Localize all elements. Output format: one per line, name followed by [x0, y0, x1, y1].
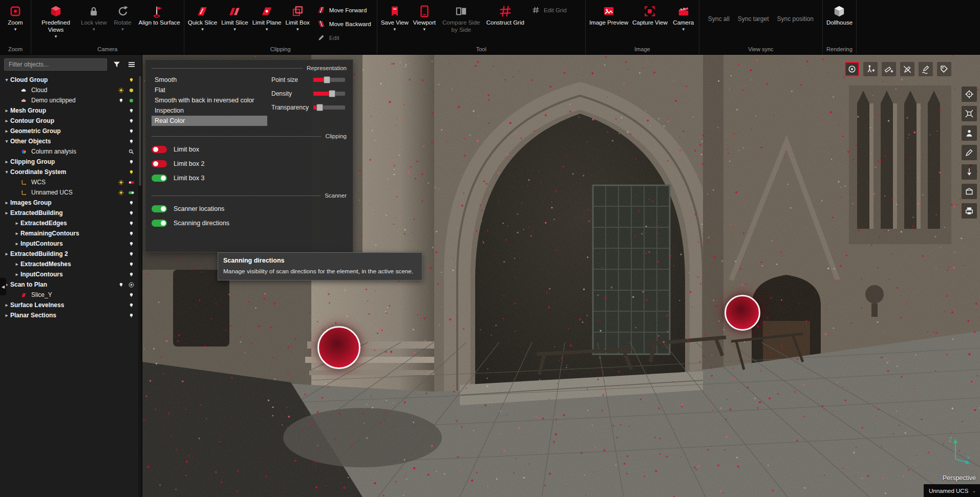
ucs-selector[interactable]: Unnamed UCS ⌄: [924, 484, 980, 497]
align-to-surface-button[interactable]: Align to Surface: [137, 2, 182, 27]
bulb-yellow-icon[interactable]: [127, 169, 136, 176]
tree-item-other-objects[interactable]: ▾Other Objects: [0, 136, 138, 146]
camera-button[interactable]: Camera▾: [670, 2, 697, 31]
scanner-locations-toggle[interactable]: [152, 205, 167, 212]
tree-expand-caret[interactable]: ▸: [13, 221, 20, 226]
tree-item-inputcontours[interactable]: ▸InputContours: [0, 269, 138, 279]
tree-item-scan-to-plan[interactable]: ▸Scan to Plan: [0, 279, 138, 290]
sync-position-button[interactable]: Sync position: [777, 15, 814, 23]
bulb-white-icon[interactable]: [127, 312, 136, 319]
tree-item-extractededges[interactable]: ▸ExtractedEdges: [0, 218, 138, 228]
limit-box-toggle[interactable]: [152, 146, 167, 153]
tree-item-slice-y[interactable]: Slice_Y: [0, 290, 138, 300]
dot-yellow-icon[interactable]: [127, 87, 136, 94]
tree-item-cloud-group[interactable]: ▾Cloud Group: [0, 75, 138, 85]
sync-target-button[interactable]: Sync target: [738, 15, 769, 23]
representation-option-flat[interactable]: Flat: [152, 85, 267, 95]
density-slider[interactable]: [313, 92, 345, 96]
bulb-white-icon[interactable]: [127, 302, 136, 309]
slider-handle[interactable]: [324, 76, 330, 83]
tree-item-column-analysis[interactable]: Column analysis: [0, 146, 138, 157]
bulb-white-icon[interactable]: [127, 251, 136, 257]
bulb-white-icon[interactable]: [127, 128, 136, 135]
printer-icon[interactable]: [962, 203, 977, 219]
quick-slice-button[interactable]: Quick Slice▾: [186, 2, 220, 31]
scanning-directions-toggle[interactable]: [152, 220, 167, 227]
tree-expand-caret[interactable]: ▸: [3, 118, 10, 123]
sun-icon[interactable]: [117, 189, 125, 196]
representation-option-smooth-with-back-in-reversed-color[interactable]: Smooth with back in reversed color: [152, 95, 267, 105]
measure-add-icon[interactable]: [882, 62, 896, 76]
tree-expand-caret[interactable]: ▸: [3, 210, 10, 215]
bulb-white-icon[interactable]: [127, 241, 136, 247]
section-box-icon[interactable]: [962, 184, 977, 199]
edit-button[interactable]: Edit: [317, 33, 371, 42]
tree-item-mesh-group[interactable]: ▸Mesh Group: [0, 105, 138, 116]
tree-expand-caret[interactable]: ▸: [3, 200, 10, 205]
tag-icon[interactable]: [937, 62, 951, 76]
tree-item-images-group[interactable]: ▸Images Group: [0, 198, 138, 208]
tree-item-surface-levelness[interactable]: ▸Surface Levelness: [0, 300, 138, 310]
tree-expand-caret[interactable]: ▾: [3, 77, 10, 82]
tree-item-wcs[interactable]: WCS: [0, 177, 138, 187]
select-circle-icon[interactable]: [845, 62, 859, 76]
orbit-target-icon[interactable]: [962, 87, 977, 102]
scanner-location-marker[interactable]: [725, 295, 760, 331]
zoom-button[interactable]: Zoom▾: [2, 2, 29, 31]
bulb-white-icon[interactable]: [127, 138, 136, 145]
representation-option-smooth[interactable]: Smooth: [152, 75, 267, 85]
slider-handle[interactable]: [329, 90, 335, 97]
sun-icon[interactable]: [117, 179, 125, 186]
sketch-icon[interactable]: [962, 145, 977, 160]
tree-expand-caret[interactable]: ▸: [3, 313, 10, 318]
tree-item-clipping-group[interactable]: ▸Clipping Group: [0, 157, 138, 167]
bulb-white-icon[interactable]: [127, 159, 136, 165]
fit-view-icon[interactable]: [962, 106, 977, 121]
tree-item-contour-group[interactable]: ▸Contour Group: [0, 116, 138, 126]
save-view-button[interactable]: Save View▾: [379, 2, 411, 31]
magnifier-icon[interactable]: [127, 148, 136, 155]
bulb-white-icon[interactable]: [127, 200, 136, 206]
tree-expand-caret[interactable]: ▸: [3, 159, 10, 164]
slider-handle[interactable]: [316, 104, 323, 111]
marker-erase-icon[interactable]: [900, 62, 914, 76]
tree-expand-caret[interactable]: ▸: [13, 262, 20, 267]
bulb-white-icon[interactable]: [127, 220, 136, 227]
bulb-white-icon[interactable]: [127, 271, 136, 278]
limit-box-button[interactable]: Limit Box▾: [284, 2, 312, 31]
transparency-slider[interactable]: [313, 105, 345, 110]
plumb-icon[interactable]: [962, 164, 977, 180]
bulb-white-icon[interactable]: [127, 230, 136, 237]
edit-grid-button[interactable]: Edit Grid: [531, 6, 580, 14]
bulb-white-icon[interactable]: [127, 261, 136, 268]
bulb-white-icon[interactable]: [117, 282, 125, 288]
capture-view-button[interactable]: Capture View: [630, 2, 670, 27]
move-backward-button[interactable]: Move Backward: [317, 19, 371, 28]
construct-grid-button[interactable]: Construct Grid: [484, 2, 526, 27]
viewport-button[interactable]: Viewport▾: [411, 2, 438, 31]
limit-slice-button[interactable]: Limit Slice▾: [219, 2, 250, 31]
image-preview-button[interactable]: Image Preview: [587, 2, 630, 27]
first-person-icon[interactable]: [962, 125, 977, 141]
tree-expand-caret[interactable]: ▸: [13, 272, 20, 277]
pill-green-icon[interactable]: [127, 189, 136, 196]
tree-expand-caret[interactable]: ▸: [13, 241, 20, 246]
bulb-white-icon[interactable]: [127, 118, 136, 124]
tree-expand-caret[interactable]: ▸: [3, 302, 10, 308]
tree-expand-caret[interactable]: ▾: [3, 139, 10, 144]
scrollbar-thumb[interactable]: [139, 76, 141, 186]
tree-expand-caret[interactable]: ▸: [3, 251, 10, 256]
representation-option-real-color[interactable]: Real Color: [152, 116, 267, 126]
limit-box-2-toggle[interactable]: [152, 160, 167, 167]
bulb-white-icon[interactable]: [127, 107, 136, 114]
dot-green-icon[interactable]: [127, 97, 136, 104]
tree-item-extractedbuilding-2[interactable]: ▸ExtractedBuilding 2: [0, 249, 138, 259]
tree-item-planar-sections[interactable]: ▸Planar Sections: [0, 310, 138, 320]
filter-funnel-icon[interactable]: [112, 59, 122, 70]
3d-viewport[interactable]: Representation SmoothFlatSmooth with bac…: [142, 55, 980, 497]
scanner-location-marker[interactable]: [317, 326, 360, 369]
move-forward-button[interactable]: Move Forward: [317, 6, 371, 14]
bulb-white-icon[interactable]: [127, 210, 136, 217]
limit-box-3-toggle[interactable]: [152, 175, 167, 182]
tree-expand-caret[interactable]: ▾: [3, 169, 10, 175]
